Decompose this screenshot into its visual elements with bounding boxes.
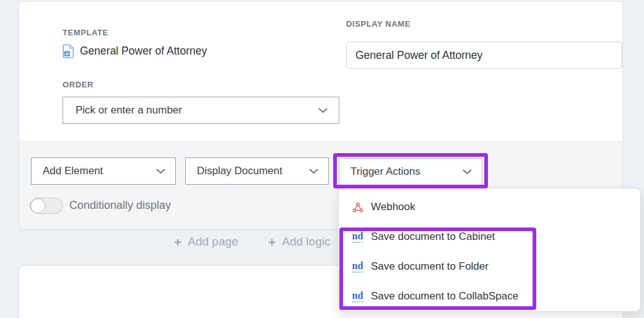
add-page-label: Add page: [188, 235, 238, 249]
webhook-icon: [349, 201, 366, 213]
trigger-actions-select-value: Trigger Actions: [350, 166, 420, 178]
menu-item-webhook[interactable]: Webhook: [339, 192, 640, 222]
menu-item-save-collabspace[interactable]: nd Save document to CollabSpace: [339, 281, 640, 311]
menu-item-save-cabinet[interactable]: nd Save document to Cabinet: [339, 222, 640, 252]
template-value-row: w General Power of Attorney: [63, 44, 207, 58]
display-name-label: DISPLAY NAME: [346, 19, 411, 29]
order-select[interactable]: Pick or enter a number: [63, 97, 339, 124]
add-logic-label: Add logic: [282, 235, 330, 249]
display-document-select-value: Display Document: [197, 165, 282, 177]
plus-icon: +: [268, 236, 276, 249]
trigger-actions-menu: Webhook nd Save document to Cabinet nd S…: [338, 188, 641, 312]
menu-item-label: Save document to Cabinet: [371, 231, 495, 243]
chevron-down-icon: [463, 169, 472, 175]
chevron-down-icon: [309, 169, 318, 174]
menu-item-save-folder[interactable]: nd Save document to Folder: [339, 252, 640, 281]
toggle-knob: [30, 198, 45, 213]
display-name-input[interactable]: [346, 42, 622, 69]
add-element-select-value: Add Element: [43, 165, 103, 177]
add-page-button[interactable]: + Add page: [174, 235, 238, 249]
order-label: ORDER: [63, 80, 94, 89]
chevron-down-icon: [156, 169, 165, 174]
conditionally-display-toggle[interactable]: [30, 198, 63, 214]
netdocuments-icon: nd: [349, 291, 366, 303]
svg-text:w: w: [64, 51, 69, 56]
menu-item-label: Webhook: [371, 201, 416, 213]
element-settings-card: TEMPLATE w General Power of Attorney DIS…: [19, 1, 623, 141]
template-label: TEMPLATE: [63, 28, 108, 37]
display-document-select[interactable]: Display Document: [185, 157, 329, 185]
plus-icon: +: [174, 236, 181, 249]
add-logic-button[interactable]: + Add logic: [268, 235, 330, 249]
word-document-icon: w: [63, 44, 74, 58]
menu-item-label: Save document to Folder: [371, 260, 489, 273]
template-value: General Power of Attorney: [80, 45, 207, 58]
menu-item-label: Save document to CollabSpace: [371, 290, 518, 303]
netdocuments-icon: nd: [349, 231, 366, 243]
conditionally-display-label: Conditionally display: [69, 199, 171, 212]
trigger-actions-select[interactable]: Trigger Actions: [339, 158, 482, 185]
chevron-down-icon: [318, 108, 328, 113]
order-select-value: Pick or enter a number: [76, 104, 182, 117]
add-element-select[interactable]: Add Element: [31, 157, 176, 185]
netdocuments-icon: nd: [349, 261, 366, 273]
